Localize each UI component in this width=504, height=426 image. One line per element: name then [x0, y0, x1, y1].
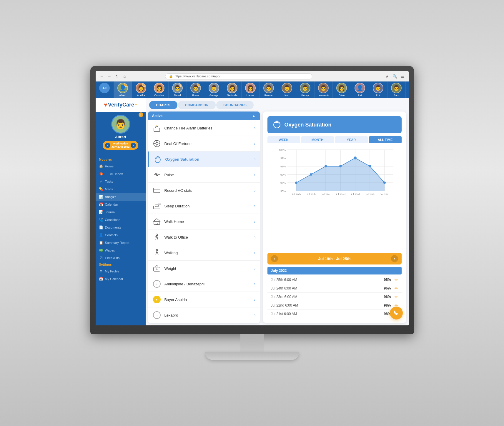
patient-tab-olive[interactable]: 👩 Olive [333, 81, 351, 98]
chart-svg: 100% 99% 98% 97% 96% 95% Jul 19th Jul [267, 147, 402, 197]
sidebar-user: 👨 ! Alfred ‹ WednesdayJuly 27th 2022 › [96, 112, 146, 154]
bookmark-button[interactable]: ★ [384, 73, 390, 79]
menu-button[interactable]: ☰ [399, 73, 406, 79]
patient-tab-alfred[interactable]: 👤 ! Alfred [114, 81, 132, 98]
edit-icon-3[interactable]: ✏ [395, 294, 398, 299]
patient-tab-hanna[interactable]: 👩 Hanna [242, 81, 260, 98]
phone-fab-button[interactable] [390, 307, 403, 320]
activity-item-fire-alarm[interactable]: Change Fire Alarm Batteries › [148, 120, 260, 136]
patient-tab-herman[interactable]: 👨 Herman [260, 81, 278, 98]
activity-item-weight[interactable]: Weight › [148, 261, 260, 276]
sam-name: Sam [394, 94, 399, 97]
patient-tab-frank[interactable]: 👨 ! Frank [187, 81, 205, 98]
patient-tab-phil[interactable]: 👨 Phil [369, 81, 387, 98]
month-tab[interactable]: MONTH [301, 136, 334, 143]
logo-tm: ™ [134, 103, 137, 106]
data-date-4: Jul 22nd 6:00 AM [271, 303, 384, 307]
sidebar-item-calendar[interactable]: 📅 Calendar [96, 201, 146, 208]
address-bar[interactable]: 🔒 https://www.verifycare.com/app/ [165, 73, 312, 79]
data-value-3: 96% [384, 295, 391, 299]
phil-avatar: 👨 [373, 83, 383, 93]
sidebar-item-analyze[interactable]: 📊 Analyze [96, 193, 146, 201]
kenny-name: Kenny [301, 94, 309, 97]
date-prev-button[interactable]: ‹ [105, 143, 110, 148]
caroline-avatar: 👩 [154, 83, 164, 93]
modules-label: Modules [96, 157, 146, 162]
browser-actions: ★ 🔍 ☰ [384, 73, 406, 79]
search-button[interactable]: 🔍 [392, 73, 398, 79]
deal-name: Deal Of Fortune [164, 142, 251, 146]
sidebar-item-contacts[interactable]: 👤 Contacts [96, 231, 146, 239]
sidebar-item-my-profile[interactable]: ⚙ My Profile [96, 267, 146, 275]
sidebar-item-conditions[interactable]: 🩺 Conditions [96, 216, 146, 224]
date-next-button[interactable]: › [131, 143, 136, 148]
date-range-next-button[interactable]: › [391, 255, 398, 262]
year-tab[interactable]: YEAR [335, 136, 368, 143]
edit-icon-2[interactable]: ✏ [395, 286, 398, 291]
walk-home-chevron: › [254, 219, 256, 224]
comparison-tab[interactable]: COMPARISON [178, 101, 216, 109]
patient-tab-aprillia[interactable]: 👩 ! Aprillia [132, 81, 150, 98]
patient-tab-sam[interactable]: 👨 Sam [387, 81, 406, 98]
edit-icon-1[interactable]: ✏ [395, 277, 398, 282]
refresh-button[interactable]: ↻ [114, 73, 120, 79]
sidebar-item-meds[interactable]: 💊 Meds [96, 185, 146, 193]
aprillia-name: Aprillia [137, 94, 145, 97]
aprillia-avatar: 👩 ! [136, 83, 146, 93]
conditions-icon: 🩺 [99, 218, 103, 222]
calendar-label: Calendar [105, 203, 118, 206]
activity-item-aspirin[interactable]: ● Bayer Aspirin › [148, 292, 260, 307]
sidebar-logo: ♥ VerifyCare ™ [96, 98, 146, 112]
patient-tab-george[interactable]: 👨 George [205, 81, 223, 98]
patient-tab-gertrude[interactable]: 👩 Gertrude [223, 81, 242, 98]
date-range-prev-button[interactable]: ‹ [271, 255, 278, 262]
patient-tab-karl[interactable]: 👨 Karl [278, 81, 296, 98]
date-text: WednesdayJuly 27th 2022 [110, 142, 131, 149]
sidebar-item-checklists[interactable]: ☑ Checklists [96, 254, 146, 262]
boundaries-tab[interactable]: BOUNDARIES [216, 101, 254, 109]
back-button[interactable]: ← [99, 73, 105, 79]
sidebar-item-journal[interactable]: 📝 Journal [96, 208, 146, 216]
patient-tab-pat[interactable]: 👤 Pat [351, 81, 369, 98]
sidebar-item-tasks[interactable]: ✓ Tasks [96, 178, 146, 185]
charts-tab[interactable]: CHARTS [149, 101, 178, 109]
activity-item-oxygen[interactable]: Oxygen Saturation › [148, 152, 260, 167]
sidebar-item-inbox[interactable]: 1 ✉ Inbox [96, 170, 146, 178]
tab-bar: CHARTS COMPARISON BOUNDARIES [146, 98, 409, 109]
activity-item-lexapro[interactable]: ○ Lexapro › [148, 307, 260, 323]
patient-tab-kenny[interactable]: 👨 Kenny [296, 81, 315, 98]
activity-item-walking[interactable]: Walking › [148, 245, 260, 261]
amlodipine-chevron: › [254, 282, 256, 286]
home-button[interactable]: ⌂ [122, 73, 128, 79]
patient-tab-sebastian[interactable]: 👨 Sebastian [406, 81, 409, 98]
sidebar-item-summary-report[interactable]: 📋 Summary Report [96, 239, 146, 247]
walking-icon [152, 248, 162, 257]
sidebar-item-wages[interactable]: 💵 Wages [96, 247, 146, 254]
activity-item-amlodipine[interactable]: ○ Amlodipine / Benazepril › [148, 276, 260, 292]
patient-tab-david[interactable]: 👨 ! David [169, 81, 187, 98]
alltime-tab[interactable]: ALL TIME [369, 136, 402, 143]
activity-item-deal[interactable]: Deal Of Fortune › [148, 136, 260, 152]
forward-button[interactable]: → [106, 73, 113, 79]
patient-tab-all[interactable]: All [96, 81, 114, 98]
week-tab[interactable]: WEEK [267, 136, 300, 143]
patient-tab-leanardo[interactable]: 👨 Leanardo [315, 81, 333, 98]
svg-text:Jul 23rd: Jul 23rd [350, 193, 360, 196]
lock-icon: 🔒 [169, 74, 173, 78]
activity-item-pulse[interactable]: Pulse › [148, 167, 260, 183]
pat-avatar: 👤 [355, 83, 365, 93]
svg-text:1: 1 [101, 173, 102, 175]
activity-item-record-vc[interactable]: Record VC stats › [148, 183, 260, 198]
activity-item-walk-home[interactable]: Walk Home › [148, 214, 260, 229]
monitor-wrapper: ← → ↻ ⌂ 🔒 https://www.verifycare.com/app… [90, 66, 414, 360]
modules-section: Modules 🏠 Home 1 [96, 154, 146, 285]
svg-text:95%: 95% [280, 190, 285, 193]
activity-item-walk-office[interactable]: Walk to Office › [148, 229, 260, 245]
activity-item-sleep[interactable]: zzz Sleep Duration › [148, 198, 260, 214]
all-avatar: All [99, 83, 110, 93]
sidebar-item-my-calendar[interactable]: 📅 My Calendar [96, 275, 146, 283]
patient-tab-caroline[interactable]: 👩 Caroline [150, 81, 169, 98]
sidebar-item-documents[interactable]: 📄 Documents [96, 224, 146, 231]
sidebar-item-home[interactable]: 🏠 Home [96, 162, 146, 170]
walk-home-icon [152, 217, 162, 226]
